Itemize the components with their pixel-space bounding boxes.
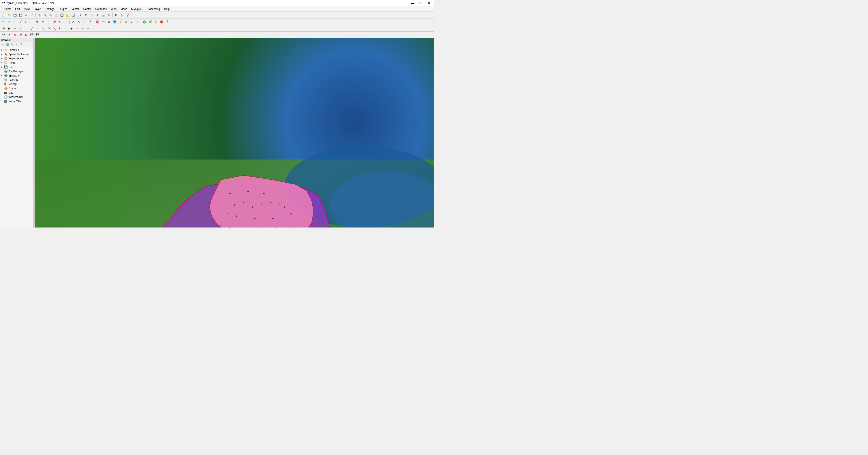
label3-btn[interactable]: A xyxy=(82,19,87,25)
browser-collapse-btn[interactable]: ⊟ xyxy=(14,42,19,46)
tree-spatialite[interactable]: ▶ 🔷 SpatiaLite xyxy=(0,73,33,78)
rotate2-btn[interactable]: ↻ xyxy=(129,19,134,25)
save-btn[interactable]: 💾 xyxy=(12,12,18,18)
menu-mesh[interactable]: Mesh xyxy=(119,7,129,11)
edit-btn[interactable]: ✐ xyxy=(6,19,12,25)
ann3-btn[interactable]: 🔨 xyxy=(52,26,57,31)
menu-web[interactable]: Web xyxy=(109,7,118,11)
menu-database[interactable]: Database xyxy=(93,7,108,11)
bookmark2-btn[interactable]: 📌 xyxy=(18,32,23,37)
tree-wms-wmts[interactable]: 🌐 WMS/WMTS xyxy=(0,95,33,99)
menu-edit[interactable]: Edit xyxy=(13,7,22,11)
digitize-btn[interactable]: ✏ xyxy=(1,19,6,25)
node-btn[interactable]: ⬥ xyxy=(74,26,80,31)
tile-btn[interactable]: ⊞ xyxy=(114,12,119,18)
vertex-btn[interactable]: ◈ xyxy=(69,26,74,31)
merge-btn[interactable]: ⊕ xyxy=(123,19,128,25)
label2-btn[interactable]: A xyxy=(76,19,82,25)
python-btn[interactable]: 🐍 xyxy=(119,12,125,18)
pointer-btn[interactable]: ▶ xyxy=(6,26,12,31)
menu-plugins[interactable]: Plugins xyxy=(57,7,69,11)
draw-btn[interactable]: ✏ xyxy=(12,26,18,31)
browser-filter-btn[interactable]: 🔍 xyxy=(10,42,14,46)
ext-btn[interactable]: ⊞ xyxy=(24,32,29,37)
menu-layer[interactable]: Layer xyxy=(32,7,42,11)
delete-btn[interactable]: 🗑 xyxy=(35,19,40,25)
move-btn[interactable]: ↔ xyxy=(29,19,35,25)
tree-geopackage[interactable]: 📦 GeoPackage xyxy=(0,69,33,73)
map-area[interactable] xyxy=(35,38,434,228)
measure-btn[interactable]: 📏 xyxy=(89,12,95,18)
undo2-btn[interactable]: ↩ xyxy=(57,19,63,25)
print-btn[interactable]: 🖨 xyxy=(24,12,29,18)
zoom-out-btn[interactable]: 🔍 xyxy=(48,12,53,18)
select-btn[interactable]: ◻ xyxy=(84,12,89,18)
trim-btn[interactable]: ✂ xyxy=(80,26,85,31)
layer-btn[interactable]: 🗂 xyxy=(106,12,112,18)
identify-btn[interactable]: ℹ xyxy=(78,12,83,18)
curve-btn[interactable]: 〜 xyxy=(35,26,40,31)
menu-mmqgis[interactable]: MMQGIS xyxy=(129,7,144,11)
zoom-layer-btn[interactable]: 📐 xyxy=(65,12,70,18)
browser-refresh-btn[interactable]: 🔄 xyxy=(5,42,9,46)
snap-btn[interactable]: 🧲 xyxy=(95,19,100,25)
refresh-btn[interactable]: 🔄 xyxy=(70,12,76,18)
zoom-selection-btn[interactable]: 🔲 xyxy=(59,12,65,18)
globe-btn[interactable]: 🌍 xyxy=(142,19,147,25)
new-project-btn[interactable]: 📄 xyxy=(1,12,6,18)
close-button[interactable]: ✕ xyxy=(426,1,432,5)
python2-btn[interactable]: 🐍 xyxy=(153,19,158,25)
extend-btn[interactable]: ↔ xyxy=(86,26,91,31)
ann-btn[interactable]: 🔧 xyxy=(40,26,46,31)
zoom-extent-btn[interactable]: ⬜ xyxy=(54,12,59,18)
menu-view[interactable]: View xyxy=(22,7,32,11)
tree-db2[interactable]: 🗃 DB2 xyxy=(0,91,33,95)
menu-project[interactable]: Project xyxy=(1,7,13,11)
green-btn[interactable]: 🌿 xyxy=(148,19,153,25)
tree-oracle[interactable]: 🔶 Oracle xyxy=(0,86,33,91)
trace-btn[interactable]: 〰 xyxy=(100,19,106,25)
menu-settings[interactable]: Settings xyxy=(43,7,56,11)
browser-help-btn[interactable]: ❓ xyxy=(19,42,23,46)
grid-btn[interactable]: ⊞ xyxy=(1,26,6,31)
arrow-dd-btn[interactable]: ▾ xyxy=(6,32,12,37)
tree-vector-tiles[interactable]: ▦ Vector Tiles xyxy=(0,99,33,103)
undo-btn[interactable]: ↩ xyxy=(29,12,35,18)
menu-vector[interactable]: Vector xyxy=(70,7,81,11)
menu-raster[interactable]: Raster xyxy=(82,7,93,11)
tree-project-home[interactable]: ▶ 🏠 Project Home xyxy=(0,56,33,61)
scale-btn[interactable]: ↕ xyxy=(63,26,68,31)
pin-label-btn[interactable]: 📍 xyxy=(87,19,93,25)
cut-btn[interactable]: ✂ xyxy=(40,19,46,25)
map-tips-btn[interactable]: 🗺 xyxy=(1,32,6,37)
browser-add-btn[interactable]: + xyxy=(1,42,5,46)
add-poly-btn[interactable]: ⬡ xyxy=(24,19,29,25)
bookmark-btn[interactable]: 🔖 xyxy=(12,32,18,37)
field-calc-btn[interactable]: 🖩 xyxy=(95,12,100,18)
zoom-in-btn[interactable]: 🔍 xyxy=(42,12,48,18)
tree-favorites[interactable]: ▶ ⭐ Favorites xyxy=(0,47,33,52)
tree-spatial-bookmarks[interactable]: ▶ 🔖 Spatial Bookmarks xyxy=(0,52,33,56)
help-btn[interactable]: ❓ xyxy=(125,12,130,18)
save2-btn[interactable]: 💾 xyxy=(29,32,35,37)
form-btn[interactable]: 📝 xyxy=(117,19,123,25)
tree-c-drive[interactable]: ▶ 💾 C:\ xyxy=(0,65,33,69)
help2-btn[interactable]: ❓ xyxy=(164,19,170,25)
tree-postgis[interactable]: 🐘 PostGIS xyxy=(0,78,33,82)
copy-btn[interactable]: 📋 xyxy=(46,19,52,25)
fill-btn[interactable]: 🪣 xyxy=(112,19,117,25)
save3-btn[interactable]: 💾 xyxy=(35,32,40,37)
rotate3-btn[interactable]: ↻ xyxy=(57,26,63,31)
add-point-btn[interactable]: • xyxy=(12,19,18,25)
paste-btn[interactable]: 📌 xyxy=(52,19,57,25)
label-btn[interactable]: A xyxy=(70,19,76,25)
maximize-button[interactable]: ❐ xyxy=(418,1,424,5)
pan-btn[interactable]: ✋ xyxy=(37,12,42,18)
tree-home[interactable]: ▶ 🏠 Home xyxy=(0,61,33,65)
open-btn[interactable]: 📂 xyxy=(6,12,12,18)
redo-btn[interactable]: ↪ xyxy=(63,19,68,25)
red-btn[interactable]: 🔴 xyxy=(159,19,164,25)
ellipse-btn[interactable]: ⬭ xyxy=(24,26,29,31)
stats-btn[interactable]: 📊 xyxy=(100,12,106,18)
line2-btn[interactable]: ╱ xyxy=(29,26,35,31)
